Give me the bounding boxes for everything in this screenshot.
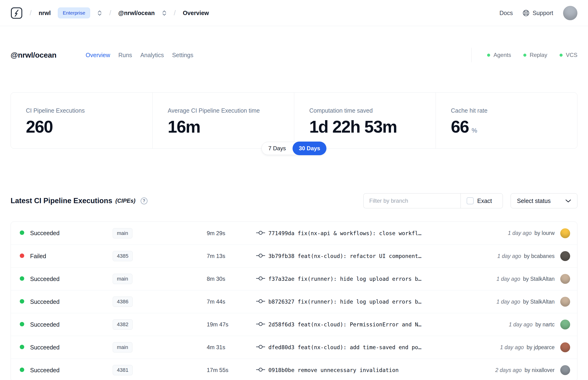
status-vcs-label: VCS bbox=[566, 52, 577, 58]
tab-settings[interactable]: Settings bbox=[172, 52, 193, 58]
cipe-author: by lourw bbox=[534, 230, 555, 236]
exact-checkbox-label[interactable]: Exact bbox=[477, 197, 492, 204]
org-switcher-chevron-icon[interactable] bbox=[97, 10, 102, 17]
topbar: / nrwl Enterprise / @nrwl/ocean / Overvi… bbox=[0, 0, 588, 26]
cipe-timestamp: 1 day ago bbox=[500, 344, 524, 351]
cipe-author: by StalkAltan bbox=[523, 299, 555, 305]
chevron-down-icon bbox=[565, 199, 571, 203]
cipes-section-header: Latest CI Pipeline Executions (CIPEs) ? … bbox=[11, 193, 577, 208]
cipe-table: Succeeded main 9m 29s 771499da fix(nx-ap… bbox=[11, 222, 577, 380]
cipe-status-dot-icon bbox=[20, 230, 24, 235]
cipe-branch-badge: 4382 bbox=[113, 319, 133, 330]
cipes-filter-controls: Exact Select status bbox=[363, 193, 577, 208]
range-30-days-button[interactable]: 30 Days bbox=[292, 142, 326, 155]
cipes-title-suffix: (CIPEs) bbox=[115, 197, 135, 204]
stat-title: Cache hit rate bbox=[451, 107, 570, 114]
branch-filter-input[interactable] bbox=[363, 193, 460, 208]
cipe-row[interactable]: Succeeded main 8m 30s f37a32ae fix(runne… bbox=[11, 267, 577, 290]
stat-value: 16m bbox=[168, 118, 200, 135]
status-indicators: Agents Replay VCS bbox=[471, 48, 577, 62]
breadcrumb-workspace[interactable]: @nrwl/ocean bbox=[118, 10, 155, 17]
vertical-divider bbox=[471, 48, 472, 62]
cipe-duration: 7m 44s bbox=[207, 298, 256, 305]
topbar-actions: Docs Support bbox=[499, 6, 577, 20]
docs-link[interactable]: Docs bbox=[499, 10, 513, 17]
user-avatar[interactable] bbox=[563, 6, 577, 20]
cipe-author-avatar bbox=[560, 365, 570, 375]
support-label: Support bbox=[532, 10, 553, 17]
stat-card-ci-pipeline-executions: CI Pipeline Executions 260 bbox=[11, 93, 152, 148]
cipe-row[interactable]: Succeeded 4382 19m 47s 2d58f6d3 feat(nx-… bbox=[11, 313, 577, 336]
cipe-author-avatar bbox=[560, 251, 570, 261]
cipe-status-label: Succeeded bbox=[30, 276, 59, 282]
cipe-status-dot-icon bbox=[20, 367, 24, 372]
workspace-tabs: Overview Runs Analytics Settings bbox=[86, 52, 193, 58]
stat-title: Computation time saved bbox=[309, 107, 429, 114]
cipe-author: by StalkAltan bbox=[523, 276, 555, 282]
cipe-status-label: Succeeded bbox=[30, 367, 59, 373]
stat-value: 1d 22h 53m bbox=[309, 118, 397, 135]
page-title: @nrwl/ocean bbox=[11, 51, 57, 59]
cipe-author-avatar bbox=[560, 274, 570, 284]
cipe-duration: 19m 47s bbox=[207, 321, 256, 328]
cipe-status-label: Succeeded bbox=[30, 344, 59, 351]
cipe-author-avatar bbox=[560, 342, 570, 352]
breadcrumb-separator: / bbox=[109, 9, 111, 17]
cipe-duration: 4m 31s bbox=[207, 344, 256, 351]
cipe-branch-badge: main bbox=[113, 228, 133, 238]
help-icon[interactable]: ? bbox=[141, 197, 148, 204]
stat-value: 66 bbox=[451, 118, 469, 135]
range-7-days-button[interactable]: 7 Days bbox=[262, 142, 293, 155]
tab-analytics[interactable]: Analytics bbox=[140, 52, 164, 58]
green-dot-icon bbox=[487, 54, 490, 57]
support-link[interactable]: Support bbox=[523, 10, 553, 17]
cipe-author: by nartc bbox=[535, 322, 555, 328]
git-commit-icon bbox=[256, 253, 265, 258]
cipe-commit-message: 3b79fb38 feat(nx-cloud): refactor UI com… bbox=[268, 253, 497, 259]
cipe-duration: 17m 55s bbox=[207, 367, 256, 373]
tab-runs[interactable]: Runs bbox=[118, 52, 132, 58]
cipe-status-dot-icon bbox=[20, 322, 24, 326]
workspace-switcher-chevron-icon[interactable] bbox=[162, 10, 167, 17]
cipe-commit-message: 771499da fix(nx-api & workflows): close … bbox=[268, 230, 508, 236]
status-select-dropdown[interactable]: Select status bbox=[511, 193, 577, 208]
cipe-status-dot-icon bbox=[20, 276, 24, 281]
breadcrumb-org[interactable]: nrwl bbox=[38, 10, 51, 17]
cipe-timestamp: 1 day ago bbox=[509, 322, 532, 328]
cipe-status-dot-icon bbox=[20, 345, 24, 349]
cipe-timestamp: 1 day ago bbox=[496, 299, 520, 305]
git-commit-icon bbox=[256, 367, 265, 373]
cipe-branch-badge: main bbox=[113, 342, 133, 353]
cipe-author-avatar bbox=[560, 228, 570, 238]
git-commit-icon bbox=[256, 298, 265, 304]
cipe-row[interactable]: Succeeded 4381 17m 55s 0918b0be remove u… bbox=[11, 359, 577, 380]
cipe-row[interactable]: Succeeded 4386 7m 44s b8726327 fix(runne… bbox=[11, 290, 577, 313]
exact-checkbox[interactable] bbox=[467, 197, 474, 204]
enterprise-badge: Enterprise bbox=[58, 7, 90, 18]
cipe-branch-badge: 4386 bbox=[113, 297, 133, 307]
cipe-duration: 8m 30s bbox=[207, 276, 256, 282]
cipe-author: by bcabanes bbox=[524, 253, 555, 259]
cipe-duration: 9m 29s bbox=[207, 230, 256, 237]
status-replay[interactable]: Replay bbox=[523, 52, 547, 58]
cipe-row[interactable]: Failed 4385 7m 13s 3b79fb38 feat(nx-clou… bbox=[11, 245, 577, 267]
cipe-author: by jdpearce bbox=[527, 344, 555, 351]
tab-overview[interactable]: Overview bbox=[86, 52, 110, 58]
cipe-row[interactable]: Succeeded main 9m 29s 771499da fix(nx-ap… bbox=[11, 222, 577, 245]
cipe-status-label: Succeeded bbox=[30, 321, 59, 328]
lifebuoy-icon bbox=[523, 10, 530, 17]
stat-card-computation-time-saved: Computation time saved 1d 22h 53m bbox=[294, 93, 436, 148]
cipe-row[interactable]: Succeeded main 4m 31s dfed80d3 feat(nx-c… bbox=[11, 336, 577, 359]
breadcrumb: / nrwl Enterprise / @nrwl/ocean / Overvi… bbox=[11, 7, 209, 19]
cipe-commit-message: f37a32ae fix(runner): hide log upload er… bbox=[268, 276, 496, 282]
nx-cloud-logo-icon[interactable] bbox=[11, 7, 23, 19]
git-commit-icon bbox=[256, 321, 265, 327]
stat-title: Average CI Pipeline Execution time bbox=[168, 107, 287, 114]
cipe-timestamp: 1 day ago bbox=[496, 276, 520, 282]
breadcrumb-page: Overview bbox=[183, 10, 209, 17]
status-vcs[interactable]: VCS bbox=[560, 52, 577, 58]
workspace-header: @nrwl/ocean Overview Runs Analytics Sett… bbox=[11, 48, 577, 62]
cipe-timestamp: 1 day ago bbox=[508, 230, 531, 236]
cipe-commit-message: 2d58f6d3 feat(nx-cloud): PermissionError… bbox=[268, 322, 509, 327]
status-agents[interactable]: Agents bbox=[487, 52, 511, 58]
